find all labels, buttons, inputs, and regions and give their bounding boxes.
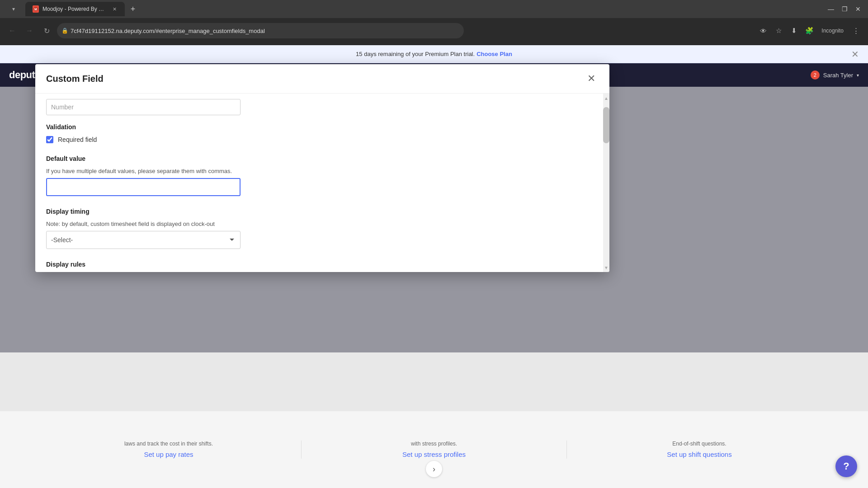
menu-button[interactable]: ⋮ [849,24,863,38]
stress-card-description: with stress profiles. [315,441,553,447]
scroll-up-chevron[interactable]: ▲ [603,94,609,103]
toolbar-icons: 👁 ☆ ⬇ 🧩 Incognito ⋮ [756,24,863,38]
window-controls: — ❐ ✕ [825,3,864,15]
partial-field-section: Number [46,94,599,115]
tab-close-button[interactable]: ✕ [111,5,118,13]
display-timing-label: Display timing [46,208,599,215]
display-rules-section: Display rules Show field based on a cust… [46,253,599,272]
number-placeholder: Number [51,103,74,111]
choose-plan-link[interactable]: Choose Plan [476,51,512,57]
address-bar-row: ← → ↻ 🔒 👁 ☆ ⬇ 🧩 Incognito ⋮ [0,18,868,43]
help-button[interactable]: ? [835,455,857,477]
display-timing-select[interactable]: -Select- Clock-In Clock-Out Both [46,231,241,249]
custom-field-modal: Custom Field ✕ Number ▲ ▼ Validation [35,64,609,272]
modal-title: Custom Field [46,74,104,84]
pay-card-description: laws and track the cost in their shifts. [50,441,288,447]
browser-chrome: ▾ M Moodjoy - Powered By Deputy. ✕ + — ❐… [0,0,868,45]
notification-banner: 15 days remaining of your Premium Plan t… [0,45,868,63]
incognito-label: Incognito [821,28,844,34]
default-value-section: Default value If you have multiple defau… [46,147,599,200]
address-bar-container: 🔒 [57,23,464,38]
user-info: 2 Sarah Tyler ▾ [811,70,859,80]
browser-titlebar: ▾ M Moodjoy - Powered By Deputy. ✕ + — ❐… [0,0,868,18]
set-up-shift-questions-link[interactable]: Set up shift questions [667,450,731,458]
modal-body[interactable]: Number ▲ ▼ Validation Required field Def… [35,94,609,272]
shift-card-description: End-of-shift questions. [580,441,818,447]
notification-text: 15 days remaining of your Premium Plan t… [356,51,475,57]
validation-label: Validation [46,123,599,131]
bottom-card-pay: laws and track the cost in their shifts.… [36,441,302,459]
default-value-helper: If you have multiple default values, ple… [46,168,599,174]
download-icon[interactable]: ⬇ [787,24,801,38]
bottom-card-stress: with stress profiles. Set up stress prof… [302,441,567,459]
required-field-label: Required field [58,136,97,143]
required-field-checkbox[interactable] [46,136,53,143]
number-input-partial[interactable]: Number [46,99,241,115]
lock-icon: 🔒 [61,28,68,34]
scrollbar-thumb[interactable] [603,107,609,143]
back-button[interactable]: ← [5,24,19,38]
notification-count-badge: 2 [811,70,820,80]
display-timing-note: Note: by default, custom timesheet field… [46,221,599,227]
required-field-row: Required field [46,136,599,143]
star-icon[interactable]: ☆ [772,24,785,38]
tab-bar: ▾ M Moodjoy - Powered By Deputy. ✕ + [7,2,821,16]
user-name: Sarah Tyler [823,72,853,79]
minimize-button[interactable]: — [825,3,837,15]
forward-button[interactable]: → [23,24,36,38]
maximize-button[interactable]: ❐ [838,3,851,15]
scroll-down-chevron[interactable]: ▼ [603,263,609,272]
modal-header: Custom Field ✕ [35,64,609,94]
display-rules-label: Display rules [46,261,599,268]
window-close-button[interactable]: ✕ [852,3,864,15]
scrollbar-track[interactable]: ▲ ▼ [603,94,609,272]
active-tab[interactable]: M Moodjoy - Powered By Deputy. ✕ [25,2,125,16]
display-timing-section: Display timing Note: by default, custom … [46,200,599,253]
eye-slash-icon[interactable]: 👁 [756,24,770,38]
notification-close-button[interactable]: ✕ [851,50,859,59]
extensions-icon[interactable]: 🧩 [802,24,816,38]
refresh-button[interactable]: ↻ [40,24,53,38]
tab-list-button[interactable]: ▾ [7,3,20,15]
new-tab-button[interactable]: + [127,3,139,15]
page-background: 15 days remaining of your Premium Plan t… [0,45,868,488]
default-value-input[interactable] [46,178,241,196]
tab-favicon: M [33,5,39,13]
validation-section: Validation Required field [46,115,599,147]
bottom-card-shift: End-of-shift questions. Set up shift que… [567,441,832,459]
incognito-badge: Incognito [818,26,847,36]
svg-text:M: M [34,8,37,11]
address-bar-input[interactable] [57,23,464,38]
set-up-stress-profiles-link[interactable]: Set up stress profiles [402,450,466,458]
modal-close-button[interactable]: ✕ [584,71,599,86]
user-chevron-icon: ▾ [857,73,859,78]
set-up-pay-rates-link[interactable]: Set up pay rates [144,450,193,458]
default-value-label: Default value [46,155,599,162]
tab-title: Moodjoy - Powered By Deputy. [42,6,108,12]
pagination-next-button[interactable]: › [426,461,442,477]
